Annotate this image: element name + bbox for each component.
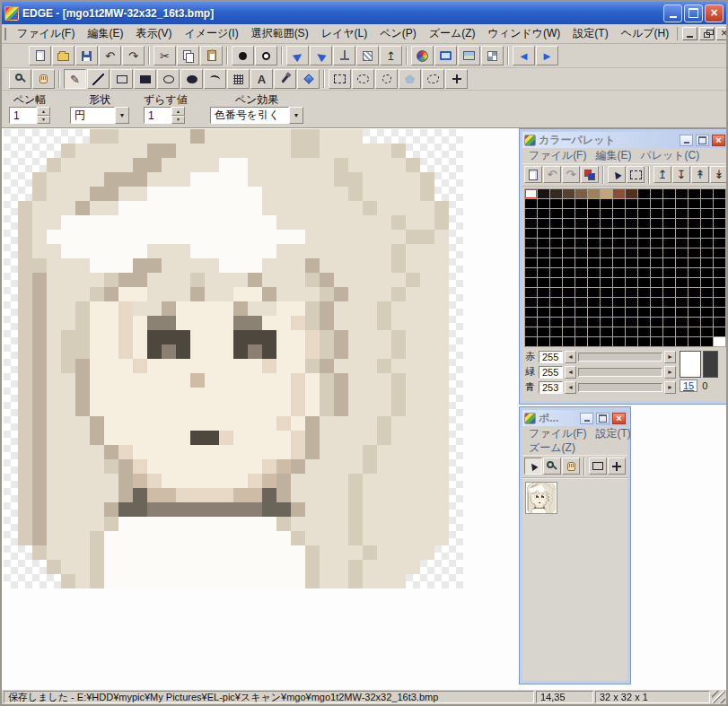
preview-thumbnail[interactable] (525, 482, 557, 514)
palette-menu-item-0[interactable]: ファイル(F) (525, 147, 590, 164)
palette-cell[interactable] (601, 318, 612, 327)
pen-width-value[interactable]: 1 (9, 107, 37, 124)
default-colors-button[interactable] (581, 166, 599, 183)
palette-cell[interactable] (538, 248, 549, 257)
palette-cell[interactable] (714, 239, 725, 248)
palette-cell[interactable] (626, 209, 637, 218)
pen-width-down-button[interactable] (37, 116, 50, 125)
palette-cell[interactable] (613, 199, 625, 208)
pen-shape-dropdown-arrow-icon[interactable] (115, 107, 129, 124)
prev-frame-button[interactable]: ◄ (513, 46, 535, 65)
palette-cell[interactable] (714, 337, 725, 346)
zoom-tool-button[interactable] (9, 69, 31, 89)
flip-horizontal-button[interactable]: ▶ (286, 46, 309, 65)
palette-cell[interactable] (575, 298, 587, 307)
palette-cell[interactable] (550, 278, 562, 287)
palette-cell[interactable] (525, 189, 537, 198)
menu-window[interactable]: ウィンドウ(W) (482, 24, 567, 43)
palette-cell[interactable] (676, 308, 688, 317)
palette-cell[interactable] (701, 288, 713, 297)
palette-cell[interactable] (525, 239, 537, 248)
palette-cell[interactable] (563, 288, 575, 297)
palette-cell[interactable] (601, 288, 612, 297)
palette-cell[interactable] (525, 248, 537, 257)
preview-close-button[interactable] (612, 413, 626, 424)
palette-cell[interactable] (701, 209, 713, 218)
palette-cell[interactable] (626, 229, 637, 238)
next-frame-button[interactable]: ► (536, 46, 558, 65)
palette-cell[interactable] (626, 308, 637, 317)
redo-palette-button[interactable]: ↷ (562, 166, 580, 183)
palette-cell[interactable] (638, 189, 650, 198)
palette-cell[interactable] (575, 229, 587, 238)
pointer-tool-button[interactable]: ▶ (524, 458, 542, 475)
palette-cell[interactable] (538, 199, 549, 208)
pen-shape-value[interactable]: 円 (70, 107, 115, 124)
palette-cell[interactable] (638, 199, 650, 208)
palette-cell[interactable] (563, 258, 575, 267)
menu-view[interactable]: 表示(V) (129, 24, 178, 43)
palette-cell[interactable] (701, 268, 713, 277)
palette-cell[interactable] (714, 229, 725, 238)
undo-button[interactable]: ↶ (99, 46, 121, 65)
palette-cell[interactable] (701, 258, 713, 267)
menu-layer[interactable]: レイヤ(L) (315, 24, 374, 43)
select-range-button[interactable] (627, 166, 645, 183)
palette-cell[interactable] (689, 268, 700, 277)
palette-cell[interactable] (689, 219, 700, 228)
palette-cell[interactable] (525, 199, 537, 208)
palette-cell[interactable] (525, 308, 537, 317)
palette-cell[interactable] (588, 239, 600, 248)
frame-rect-tool-button[interactable] (589, 458, 607, 475)
palette-cell[interactable] (701, 308, 713, 317)
palette-cell[interactable] (563, 209, 575, 218)
palette-cell[interactable] (638, 288, 650, 297)
palette-cell[interactable] (714, 258, 725, 267)
palette-cell[interactable] (701, 219, 713, 228)
pen-width-spinner[interactable]: 1 (9, 107, 50, 124)
palette-cell[interactable] (563, 327, 575, 336)
palette-cell[interactable] (638, 327, 650, 336)
close-button[interactable] (705, 4, 724, 22)
palette-cell[interactable] (550, 318, 562, 327)
palette-cell[interactable] (626, 298, 637, 307)
palette-cell[interactable] (613, 288, 625, 297)
palette-cell[interactable] (525, 318, 537, 327)
curve-tool-button[interactable] (204, 69, 226, 89)
palette-cell[interactable] (689, 229, 700, 238)
palette-cell[interactable] (538, 219, 549, 228)
palette-cell[interactable] (613, 258, 625, 267)
foreground-color-swatch[interactable] (680, 351, 701, 378)
background-color-swatch[interactable] (703, 351, 718, 378)
palette-cell[interactable] (550, 258, 562, 267)
rgb-slider-g[interactable] (578, 368, 662, 377)
palette-cell[interactable] (663, 209, 675, 218)
palette-cell[interactable] (575, 199, 587, 208)
palette-cell[interactable] (550, 298, 562, 307)
palette-cell[interactable] (613, 229, 625, 238)
palette-cell[interactable] (575, 268, 587, 277)
palette-cell[interactable] (525, 337, 537, 346)
palette-cell[interactable] (689, 209, 700, 218)
restore-button[interactable] (684, 4, 703, 22)
palette-cell[interactable] (676, 318, 688, 327)
palette-cell[interactable] (638, 229, 650, 238)
preview-maximize-button[interactable] (596, 413, 610, 424)
rgb-increase-g-icon[interactable]: ► (664, 366, 676, 379)
palette-close-button[interactable] (712, 135, 725, 146)
palette-cell[interactable] (563, 318, 575, 327)
palette-cell[interactable] (525, 327, 537, 336)
mdi-restore-button[interactable] (699, 27, 715, 40)
palette-cell[interactable] (714, 199, 725, 208)
palette-cell[interactable] (613, 298, 625, 307)
palette-cell[interactable] (613, 248, 625, 257)
palette-cell[interactable] (626, 318, 637, 327)
palette-cell[interactable] (538, 288, 549, 297)
preview-zoom-tool-button[interactable] (543, 458, 561, 475)
palette-cell[interactable] (525, 298, 537, 307)
shift-value-down-button[interactable] (171, 116, 185, 125)
palette-cell[interactable] (588, 308, 600, 317)
palette-cell[interactable] (689, 278, 700, 287)
palette-cell[interactable] (663, 288, 675, 297)
palette-cell[interactable] (701, 327, 713, 336)
